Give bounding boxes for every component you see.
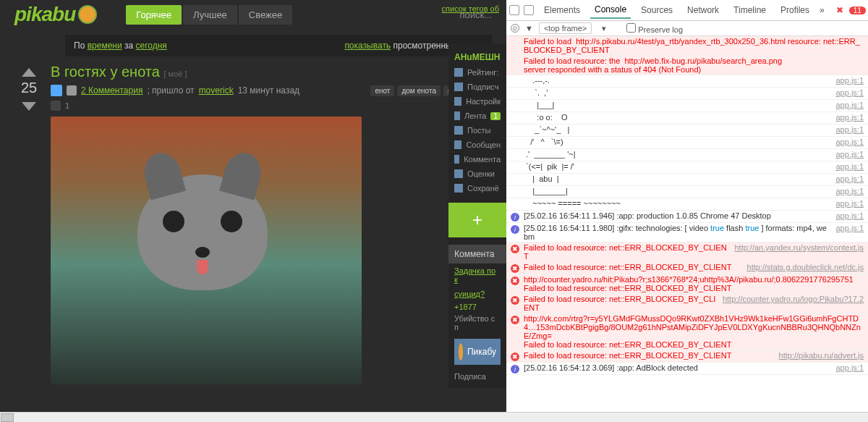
console-source[interactable]: app.js:1 [835, 363, 864, 374]
sidebar-item-icon [454, 169, 463, 178]
sidebar-item[interactable]: Сообщен [448, 138, 506, 152]
filter-time[interactable]: времени [88, 41, 122, 51]
tab-profiles[interactable]: Profiles [776, 2, 814, 18]
post-image[interactable] [51, 117, 362, 384]
author-link[interactable]: moverick [199, 85, 234, 96]
sidebar-item[interactable]: Настройк [448, 94, 506, 109]
console-source[interactable]: app.js:1 [835, 138, 864, 148]
console-source[interactable]: app.js:1 [835, 211, 864, 221]
console-source[interactable]: app.js:1 [835, 125, 864, 135]
sidebar-link[interactable]: суицид? [448, 287, 506, 301]
console-url[interactable]: http://stats.g.doubleclick.net/dc.js [747, 263, 864, 273]
sidebar-item[interactable]: Коммента [448, 152, 506, 166]
sidebar-item[interactable]: Лента1 [448, 109, 506, 123]
console-source[interactable]: app.js:1 [835, 174, 864, 185]
frame-selector[interactable]: <top frame> [539, 22, 592, 34]
console-line: ✖Failed to load resource: net::ERR_BLOCK… [506, 262, 868, 274]
error-icon: ✖ [511, 296, 519, 305]
downvote-icon[interactable] [22, 102, 36, 111]
inspect-icon[interactable] [509, 5, 519, 15]
blank-icon [511, 90, 519, 98]
upvote-icon[interactable] [22, 68, 36, 77]
console-output[interactable]: Failed to load http://s.pikabu.ru/4test/… [506, 36, 868, 422]
console-line: ✖http://counter.yadro.ru/hit;Pikabu?r;s1… [506, 274, 868, 294]
filter-bar: По времени за сегодня показывать просмот… [65, 35, 492, 56]
console-source[interactable]: app.js:1 [835, 162, 864, 172]
console-source[interactable]: app.js:1 [835, 199, 864, 209]
console-url[interactable]: http://counter.yadro.ru/logo;Pikabu?17.2 [723, 295, 864, 312]
console-source[interactable]: app.js:1 [835, 187, 864, 197]
blank-icon [511, 114, 519, 123]
sidebar-item[interactable]: Рейтинг: [448, 65, 506, 80]
console-source[interactable]: app.js:1 [835, 88, 864, 98]
content: 25 В гостях у енота [ моё ] 2 Комментари… [7, 64, 499, 384]
tab-fresh[interactable]: Свежее [239, 5, 292, 25]
clear-icon[interactable]: ⊘ [511, 24, 519, 33]
vk-avatar-icon [459, 343, 463, 360]
tab-hot[interactable]: Горячее [126, 5, 182, 25]
top-links[interactable]: список тегов об [442, 4, 499, 13]
tab-best[interactable]: Лучшее [183, 5, 237, 25]
comments-link[interactable]: 2 Комментария [81, 85, 142, 96]
console-message: [25.02.16 16:54:12 3.069] :app: AdBlock … [524, 363, 830, 374]
console-line: `(<=| pik |= /'app.js:1 [506, 161, 868, 174]
pikabu-page: список тегов об pikabu Горячее Лучшее Св… [0, 0, 506, 422]
console-message: _`~^~'_ | [524, 125, 830, 135]
preserve-log-checkbox[interactable] [626, 23, 636, 33]
sidebar-item[interactable]: Посты [448, 123, 506, 138]
console-line: ✖Failed to load resource: net::ERR_BLOCK… [506, 294, 868, 313]
post-ago: 13 минут назад [238, 85, 299, 96]
sidebar-item-label: Подписч [467, 83, 498, 91]
blank-icon [511, 139, 519, 148]
logo[interactable]: pikabu [14, 3, 97, 26]
console-url[interactable]: http://pikabu.ru/advert.js [779, 351, 864, 361]
tag[interactable]: дом енота [397, 85, 441, 96]
filter-show[interactable]: показывать [344, 41, 391, 51]
console-source[interactable]: app.js:1 [835, 101, 864, 111]
add-post-button[interactable]: + [448, 203, 506, 237]
sidebar-link[interactable]: Задачка по к [448, 263, 506, 287]
sidebar-username[interactable]: АНuМЕШН [448, 49, 506, 65]
console-source[interactable]: app.js:1 [835, 113, 864, 123]
tab-console[interactable]: Console [590, 1, 631, 19]
raccoon-illustration [137, 174, 282, 319]
tab-network[interactable]: Network [683, 2, 723, 18]
tab-timeline[interactable]: Timeline [729, 2, 770, 18]
devtools-tabs: Elements Console Sources Network Timelin… [506, 0, 868, 21]
horizontal-scrollbar[interactable] [0, 412, 868, 422]
sidebar: АНuМЕШН Рейтинг:ПодписчНастройкЛента1Пос… [448, 43, 506, 388]
sidebar-badge: 1 [490, 112, 501, 120]
filter-today[interactable]: сегодня [136, 41, 167, 51]
error-icon: ✖ [511, 264, 519, 273]
toggle-icon[interactable] [51, 85, 62, 96]
sidebar-item[interactable]: Сохранё [448, 181, 506, 195]
device-icon[interactable] [524, 5, 534, 15]
filter-icon[interactable]: ▼ [525, 24, 533, 33]
console-message: Failed to load resource: net::ERR_BLOCKE… [524, 263, 741, 273]
console-source[interactable]: app.js:1 [835, 224, 864, 241]
console-url[interactable]: http://an.yandex.ru/system/context.js [734, 243, 864, 261]
console-source[interactable]: app.js:1 [835, 150, 864, 160]
console-line: Failed to load http://s.pikabu.ru/4test/… [506, 36, 868, 56]
error-count-badge[interactable]: 11 [849, 7, 866, 14]
post-title[interactable]: В гостях у енота [ моё ] [51, 64, 499, 80]
tab-sources[interactable]: Sources [637, 2, 677, 18]
vk-subscribe[interactable]: Подписа [448, 371, 506, 382]
console-filter-bar: ⊘ ▼ <top frame> ▾ Preserve log [506, 21, 868, 36]
console-source[interactable]: app.js:1 [835, 76, 864, 86]
info-icon: i [511, 213, 519, 221]
console-line: ✖Failed to load resource: net::ERR_BLOCK… [506, 242, 868, 262]
sidebar-item[interactable]: Оценки [448, 166, 506, 181]
logo-icon [78, 5, 97, 24]
sidebar-item-label: Коммента [464, 155, 501, 164]
vk-widget[interactable]: Пикабу [454, 339, 501, 365]
tag[interactable]: енот [370, 85, 394, 96]
tab-elements[interactable]: Elements [540, 2, 584, 18]
console-message: :o o: O [524, 113, 830, 123]
sidebar-item-icon [454, 68, 463, 77]
console-message: [25.02.16 16:54:11 1.946] :app: producti… [524, 211, 830, 221]
sub-count: 1 [65, 101, 69, 110]
meta-icon[interactable] [67, 85, 77, 96]
sidebar-item[interactable]: Подписч [448, 80, 506, 94]
console-line: Failed to load resource: the http://web.… [506, 56, 868, 75]
